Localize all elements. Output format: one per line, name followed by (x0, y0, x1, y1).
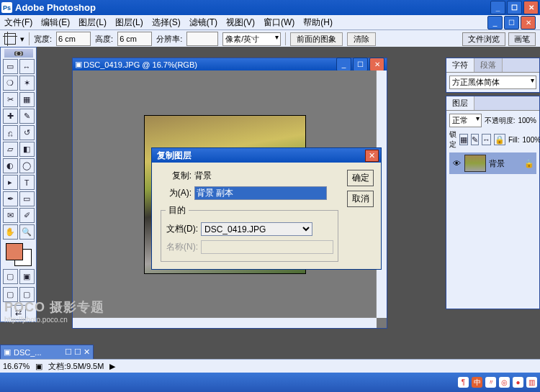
status-bar: 16.67% ▣ 文档:9.5M/9.5M ▶ (0, 359, 540, 373)
hand-tool[interactable]: ✋ (3, 224, 18, 240)
menu-image[interactable]: 图层(L) (78, 17, 107, 29)
lasso-tool[interactable]: ❍ (3, 76, 18, 91)
eyedropper-tool[interactable]: ✐ (19, 208, 35, 223)
watermark: POCO 摄影专题 http://photo.poco.cn (4, 298, 104, 324)
slice-tool[interactable]: ▦ (19, 92, 35, 107)
ok-button[interactable]: 确定 (347, 170, 374, 186)
eraser-tool[interactable]: ▱ (3, 142, 18, 157)
menu-view[interactable]: 视图(V) (226, 17, 255, 29)
tab-paragraph[interactable]: 段落 (474, 58, 503, 72)
app-icon: Ps (1, 2, 12, 13)
menu-select[interactable]: 选择(S) (152, 17, 181, 29)
app-maximize-button[interactable]: ☐ (507, 1, 522, 14)
crop-tool[interactable]: ✂ (3, 92, 18, 107)
height-input[interactable] (117, 32, 152, 46)
wand-tool[interactable]: ✶ (19, 76, 35, 91)
toolbox-grip[interactable] (4, 49, 33, 58)
resolution-input[interactable] (186, 32, 218, 46)
cancel-button[interactable]: 取消 (347, 191, 374, 207)
quickmask-button[interactable]: ▣ (19, 269, 35, 284)
type-tool[interactable]: T (19, 175, 35, 190)
width-input[interactable] (56, 32, 91, 46)
lock-all-icon[interactable]: 🔒 (494, 134, 505, 145)
tab-character[interactable]: 字符 (446, 58, 474, 72)
document-icon: ▣ (75, 60, 82, 69)
menu-window[interactable]: 窗口(W) (264, 17, 294, 29)
clear-button[interactable]: 清除 (347, 32, 376, 46)
move-tool[interactable]: ↔ (19, 59, 35, 74)
menu-layer[interactable]: 图层(L) (115, 17, 143, 29)
app-close-button[interactable]: ✕ (523, 1, 539, 14)
menu-edit[interactable]: 编辑(E) (41, 17, 70, 29)
history-brush-tool[interactable]: ↺ (19, 125, 35, 140)
doc-close-button[interactable]: ✕ (369, 58, 384, 71)
lock-position-icon[interactable]: ↔ (482, 134, 491, 145)
chevron-down-icon[interactable]: ▾ (20, 35, 24, 44)
mdi-close-button[interactable]: ✕ (521, 16, 536, 29)
mdi-minimize-button[interactable]: _ (487, 16, 503, 29)
dialog-close-button[interactable]: ✕ (365, 150, 379, 162)
dialog-titlebar[interactable]: 复制图层 ✕ (152, 148, 381, 163)
foreground-color-swatch[interactable] (6, 243, 23, 260)
menu-filter[interactable]: 滤镜(T) (189, 17, 217, 29)
document-titlebar[interactable]: ▣ DSC_0419.JPG @ 16.7%(RGB) _ ☐ ✕ (73, 58, 387, 70)
front-image-button[interactable]: 前面的图象 (290, 32, 343, 46)
copy-label: 复制: (159, 170, 192, 182)
tray-icon-6[interactable]: ▥ (526, 377, 537, 388)
lock-transparency-icon[interactable]: ▦ (459, 134, 468, 145)
heal-tool[interactable]: ✚ (3, 109, 18, 124)
status-arrow-icon[interactable]: ▶ (109, 362, 115, 371)
shape-tool[interactable]: ▭ (19, 191, 35, 206)
blend-mode-select[interactable]: 正常 (449, 114, 482, 127)
name-label: 名称(N): (166, 241, 198, 253)
doc-minimize-button[interactable]: _ (336, 58, 351, 71)
file-browser-tab[interactable]: 文件浏览 (462, 32, 505, 46)
height-label: 高度: (95, 34, 113, 45)
document-label: 文档(D): (166, 223, 198, 235)
tray-icon-3[interactable]: 〃 (485, 377, 496, 388)
opacity-value[interactable]: 100% (518, 117, 536, 124)
doc-horizontal-scrollbar[interactable] (73, 317, 377, 328)
tray-icon-4[interactable]: ◎ (499, 377, 510, 388)
font-family-select[interactable]: 方正黑体简体 (449, 76, 536, 89)
marquee-tool[interactable]: ▭ (3, 59, 18, 74)
menu-file[interactable]: 文件(F) (4, 17, 32, 29)
pen-tool[interactable]: ✒ (3, 191, 18, 206)
lock-pixels-icon[interactable]: ✎ (471, 134, 479, 145)
document-tab[interactable]: ▣ DSC_... ☐ ☐ ✕ (0, 345, 94, 360)
mdi-restore-button[interactable]: ☐ (504, 16, 519, 29)
color-swatches[interactable] (6, 243, 32, 266)
as-label: 为(A): (159, 187, 192, 199)
tray-icon-2[interactable]: 中 (472, 377, 482, 388)
watermark-brand: POCO 摄影专题 (4, 298, 104, 316)
dodge-tool[interactable]: ◯ (19, 158, 35, 173)
doc-maximize-button[interactable]: ☐ (353, 58, 368, 71)
document-select[interactable]: DSC_0419.JPG (201, 222, 312, 236)
fill-value[interactable]: 100% (523, 136, 540, 144)
layer-visibility-icon[interactable]: 👁 (451, 159, 462, 168)
layer-name-input[interactable] (194, 186, 327, 200)
doc-icon: ▣ (35, 362, 42, 371)
brushes-tab[interactable]: 画笔 (508, 32, 536, 46)
system-tray: ¶ 中 〃 ◎ ● ▥ (458, 377, 537, 388)
zoom-tool[interactable]: 🔍 (19, 224, 35, 240)
destination-fieldset: 目的 文档(D): DSC_0419.JPG 名称(N): (161, 204, 338, 262)
resolution-unit-select[interactable]: 像素/英寸 (222, 32, 281, 46)
tray-icon-5[interactable]: ● (513, 377, 523, 388)
app-minimize-button[interactable]: _ (490, 1, 505, 14)
zoom-level[interactable]: 16.67% (3, 362, 30, 370)
stamp-tool[interactable]: ⎌ (3, 125, 18, 140)
tray-icon-1[interactable]: ¶ (458, 377, 469, 388)
crop-tool-icon[interactable] (4, 33, 16, 45)
blur-tool[interactable]: ◐ (3, 158, 18, 173)
path-tool[interactable]: ▸ (3, 175, 18, 190)
layer-thumbnail[interactable] (464, 155, 486, 172)
brush-tool[interactable]: ✎ (19, 109, 35, 124)
gradient-tool[interactable]: ◧ (19, 142, 35, 157)
layer-row-background[interactable]: 👁 背景 🔒 (449, 152, 536, 174)
notes-tool[interactable]: ✉ (3, 208, 18, 223)
standard-mode-button[interactable]: ▢ (3, 269, 18, 284)
tab-layers[interactable]: 图层 (446, 96, 474, 110)
menu-help[interactable]: 帮助(H) (303, 17, 333, 29)
destination-name-input (201, 240, 333, 254)
